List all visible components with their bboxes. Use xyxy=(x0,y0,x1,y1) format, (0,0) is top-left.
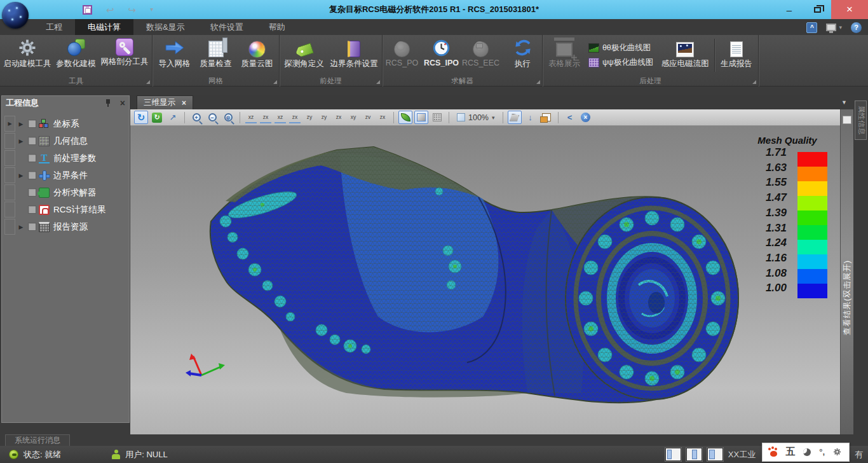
splitter-handle[interactable] xyxy=(843,116,851,124)
import-mesh-button[interactable]: 导入网格 xyxy=(154,35,195,76)
tree-item-preprocess-params[interactable]: T 前处理参数 xyxy=(2,149,129,167)
view-orientation-button-7[interactable]: zx xyxy=(333,111,344,123)
view-orientation-button-3[interactable]: xz xyxy=(275,111,286,123)
boundary-settings-button[interactable]: 边界条件设置 xyxy=(327,35,381,76)
ime-punctuation-icon[interactable]: °, xyxy=(819,447,825,457)
close-view-button[interactable]: × xyxy=(579,111,593,124)
help-icon[interactable]: ? xyxy=(851,22,862,33)
zoom-fit-button[interactable]: ⊕ xyxy=(221,111,235,124)
tree-item-boundary-conditions[interactable]: ▶ 边界条件 xyxy=(2,167,129,184)
layout-center-panel-button[interactable] xyxy=(686,448,702,461)
separator xyxy=(714,39,715,72)
minimize-button[interactable]: – xyxy=(775,0,803,19)
tab-software-settings[interactable]: 软件设置 xyxy=(198,19,256,35)
ime-paw-icon[interactable] xyxy=(770,451,777,457)
zoom-out-button[interactable]: − xyxy=(205,111,219,124)
tree-item-coordinate-system[interactable]: ▶ ▶ 坐标系 xyxy=(2,115,129,132)
tree-checkbox[interactable] xyxy=(28,137,36,145)
view-orientation-button-5[interactable]: zy xyxy=(304,111,315,123)
dialog-launcher-icon[interactable] xyxy=(536,80,540,84)
ribbon-group-tools: 启动建模工具 参数化建模 网格剖分工具 工具 xyxy=(0,35,153,86)
panel-close-icon[interactable]: × xyxy=(120,99,125,107)
expand-arrow-icon[interactable]: ▶ xyxy=(15,172,27,179)
expand-arrow-icon[interactable]: ▶ xyxy=(15,121,27,127)
3d-canvas[interactable]: Mesh Quality 1.71 1.63 1.55 1.47 1.39 1.… xyxy=(130,126,840,434)
share-button[interactable]: < xyxy=(563,111,577,124)
mesh-partition-tool-button[interactable]: 网格剖分工具 xyxy=(98,35,151,76)
view-orientation-button-10[interactable]: zx xyxy=(377,111,388,123)
dialog-launcher-icon[interactable] xyxy=(146,80,150,84)
tree-checkbox[interactable] xyxy=(28,188,36,197)
dialog-launcher-icon[interactable] xyxy=(376,80,380,84)
perspective-icon xyxy=(510,114,519,121)
layout-left-panel-button[interactable] xyxy=(665,448,681,461)
coordinate-icon xyxy=(39,119,50,129)
wireframe-button[interactable] xyxy=(430,111,444,124)
theta-polarization-curve-button[interactable]: θθ极化曲线图 xyxy=(588,43,653,53)
dialog-launcher-icon[interactable] xyxy=(273,80,277,84)
perspective-button[interactable] xyxy=(508,111,522,124)
smooth-render-button[interactable] xyxy=(398,111,412,124)
app-logo[interactable] xyxy=(2,2,29,29)
parametric-modeling-button[interactable]: 参数化建模 xyxy=(53,35,98,76)
view-orientation-button-4[interactable]: zx xyxy=(289,111,301,123)
mesh-texture xyxy=(130,126,840,434)
view-orientation-button-9[interactable]: zv xyxy=(362,111,374,123)
restore-button[interactable] xyxy=(803,0,831,19)
ime-settings-gear-icon[interactable] xyxy=(833,448,841,456)
results-collapsed-panel[interactable]: 查看结果(双击展开) xyxy=(840,109,853,434)
expand-arrow-icon[interactable]: ▶ xyxy=(15,138,27,144)
system-message-tab[interactable]: 系统运行消息 xyxy=(5,434,70,446)
project-tree: ▶ ▶ 坐标系 ▶ 几何信息 T xyxy=(2,110,129,235)
quality-check-button[interactable]: 质量检查 xyxy=(195,35,236,76)
psi-polarization-curve-button[interactable]: ψψ极化曲线图 xyxy=(588,57,653,68)
tab-data-display[interactable]: 数据&显示 xyxy=(133,19,198,35)
view-orientation-button-8[interactable]: xy xyxy=(348,111,359,123)
tab-em-computation[interactable]: 电磁计算 xyxy=(75,19,133,35)
pan-button[interactable]: ↗ xyxy=(166,111,180,124)
right-edge-bar: 属性信息 xyxy=(853,86,868,434)
view-orientation-button-2[interactable]: zx xyxy=(260,111,271,123)
view-orientation-button-6[interactable]: zy xyxy=(318,111,330,123)
shaded-render-button[interactable] xyxy=(414,111,428,124)
tree-item-label: 坐标系 xyxy=(53,118,79,130)
probe-angle-button[interactable]: 探测角定义 xyxy=(281,35,327,76)
tree-item-report-resources[interactable]: ▶ 报告资源 xyxy=(2,218,129,235)
close-button[interactable]: × xyxy=(831,0,868,19)
view-orientation-button-1[interactable]: xz xyxy=(245,111,257,123)
tree-item-geometry-info[interactable]: ▶ 几何信息 xyxy=(2,132,129,149)
quality-cloud-button[interactable]: 质量云图 xyxy=(236,35,278,76)
tab-close-icon[interactable]: × xyxy=(182,99,186,107)
ime-mode-indicator[interactable]: 五 xyxy=(785,446,795,458)
generate-report-button[interactable]: 生成报告 xyxy=(716,35,757,76)
induced-current-map-button[interactable]: 感应电磁流图 xyxy=(657,35,713,76)
tree-checkbox[interactable] xyxy=(28,120,36,128)
tab-3d-display[interactable]: 三维显示 × xyxy=(137,95,193,109)
zoom-in-button[interactable]: + xyxy=(189,111,203,124)
tab-help[interactable]: 帮助 xyxy=(256,19,298,35)
expand-arrow-icon[interactable]: ▶ xyxy=(15,224,27,230)
tab-project[interactable]: 工程 xyxy=(33,19,75,35)
copy-view-button[interactable] xyxy=(539,111,553,124)
tree-checkbox[interactable] xyxy=(28,154,36,162)
tree-checkbox[interactable] xyxy=(28,205,36,214)
rcs-ipo-button[interactable]: RCS_IPO xyxy=(422,35,461,76)
sync-view-button[interactable]: ↻ xyxy=(150,111,164,124)
moon-icon[interactable] xyxy=(803,448,811,456)
ribbon-collapse-icon[interactable]: ^ xyxy=(806,22,817,33)
tree-item-analysis-solver[interactable]: 分析求解器 xyxy=(2,184,129,201)
display-style-button[interactable]: ▾ xyxy=(826,24,842,31)
tree-item-rcs-results[interactable]: RCS计算结果 xyxy=(2,201,129,218)
tree-checkbox[interactable] xyxy=(28,171,36,179)
dialog-launcher-icon[interactable] xyxy=(752,80,756,84)
move-down-button[interactable]: ↓ xyxy=(524,111,538,124)
layout-wide-panel-button[interactable] xyxy=(707,448,723,461)
property-info-tab[interactable]: 属性信息 xyxy=(855,100,867,140)
start-modeling-button[interactable]: 启动建模工具 xyxy=(1,35,53,76)
panel-dropdown-icon[interactable]: ▼ xyxy=(841,99,847,106)
pin-icon[interactable] xyxy=(105,99,111,107)
zoom-level-dropdown[interactable]: 100% ▾ xyxy=(454,113,498,122)
execute-button[interactable]: 执行 xyxy=(503,35,543,76)
orbit-rotate-button[interactable]: ↻ xyxy=(134,111,148,124)
tree-checkbox[interactable] xyxy=(28,223,36,231)
